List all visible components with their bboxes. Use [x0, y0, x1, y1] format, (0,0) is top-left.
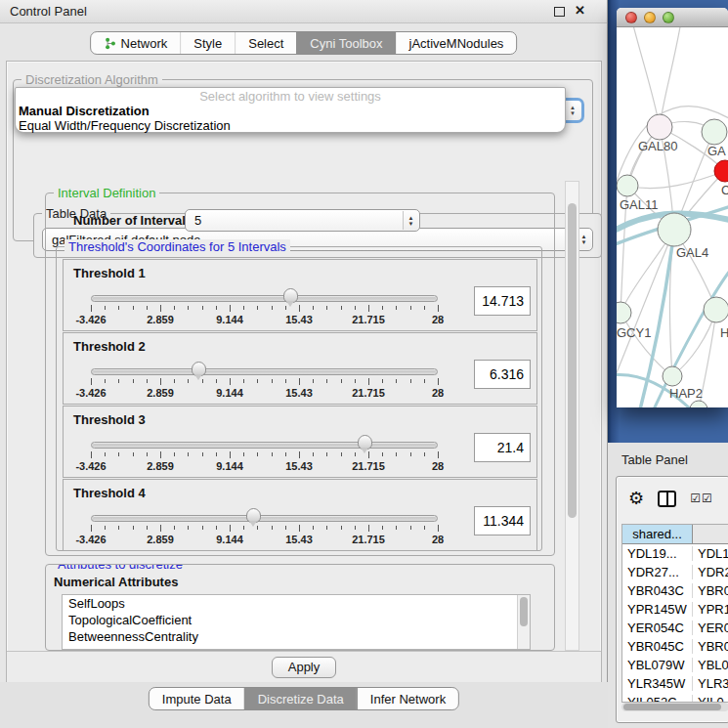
- network-canvas[interactable]: GAL80GACGAL11GAL4GCY1HHAP2: [617, 27, 728, 407]
- slider-thumb[interactable]: [283, 288, 298, 303]
- table-row[interactable]: YLR345WYLR3: [622, 674, 728, 693]
- slider-track[interactable]: [91, 295, 438, 302]
- network-edge[interactable]: [660, 27, 681, 127]
- threshold-panel: Threshold 1-3.4262.8599.14415.4321.71528…: [63, 259, 537, 331]
- threshold-label: Threshold 2: [73, 339, 146, 354]
- node-label: GA: [707, 144, 726, 158]
- tab-style[interactable]: Style: [180, 32, 235, 54]
- tab-select[interactable]: Select: [235, 32, 296, 54]
- tab-label: Impute Data: [162, 692, 232, 707]
- close-icon[interactable]: ✕: [575, 3, 585, 18]
- slider-track[interactable]: [91, 368, 438, 375]
- scrollbar-thumb[interactable]: [568, 203, 577, 518]
- network-node-gcy1[interactable]: [617, 302, 631, 323]
- group-label-thresholds: Threshold's Coordinates for 5 Intervals: [64, 239, 290, 254]
- number-of-intervals-combobox[interactable]: 5 ▲▼: [185, 209, 420, 232]
- slider-thumb[interactable]: [358, 435, 372, 450]
- cell-name: YLR3: [693, 676, 728, 691]
- cyni-toolbox-panel: Discretization Algorithm ▲▼ Table Data g…: [6, 61, 602, 682]
- cell-shared-name: YPR145W: [622, 602, 693, 617]
- cell-shared-name: YDL19...: [622, 546, 693, 561]
- cell-shared-name: YLR345W: [622, 676, 693, 691]
- threshold-panel: Threshold 3-3.4262.8599.14415.4321.71528…: [63, 406, 537, 478]
- desktop-background: GAL80GACGAL11GAL4GCY1HHAP2 Table Panel ⚙…: [608, 0, 728, 728]
- threshold-value-field[interactable]: 14.713: [474, 286, 531, 316]
- tab-impute-data[interactable]: Impute Data: [150, 688, 244, 709]
- gear-icon[interactable]: ⚙: [628, 490, 644, 507]
- attribute-item[interactable]: TopologicalCoefficient: [63, 612, 530, 628]
- table-panel: Table Panel ⚙ ☑☑ shared... n YDL19...YDL…: [608, 443, 728, 728]
- close-traffic-light[interactable]: [625, 12, 637, 23]
- threshold-value-field[interactable]: 6.316: [474, 360, 531, 389]
- dropdown-item-manual-discretization[interactable]: Manual Discretization: [16, 104, 565, 118]
- network-node-gal11[interactable]: [617, 175, 638, 196]
- table-row[interactable]: YBL079WYBL0: [622, 656, 728, 674]
- tab-infer-network[interactable]: Infer Network: [357, 688, 458, 709]
- network-node-ga[interactable]: [702, 119, 727, 145]
- cell-name: YDR2: [693, 565, 728, 579]
- attribute-item[interactable]: SelfLoops: [63, 595, 530, 612]
- network-window-titlebar[interactable]: [617, 8, 728, 27]
- network-icon: [104, 37, 116, 50]
- network-node[interactable]: [690, 401, 707, 407]
- network-edge[interactable]: [632, 27, 660, 127]
- tab-label: Cyni Toolbox: [310, 36, 382, 51]
- table-row[interactable]: YPR145WYPR1: [622, 600, 728, 619]
- network-node-hap2[interactable]: [663, 366, 682, 386]
- numerical-attributes-list[interactable]: SelfLoopsTopologicalCoefficientBetweenne…: [62, 594, 531, 650]
- slider-track[interactable]: [91, 515, 438, 522]
- tab-jactivemnodules[interactable]: jActiveMNodules: [396, 32, 517, 54]
- node-label: H: [720, 325, 728, 340]
- select-checkboxes-icon[interactable]: ☑☑: [690, 492, 713, 505]
- slider-thumb[interactable]: [246, 508, 261, 523]
- attributes-scrollbar[interactable]: [517, 595, 530, 649]
- threshold-value-field[interactable]: 21.4: [474, 433, 531, 462]
- tab-discretize-data[interactable]: Discretize Data: [244, 688, 357, 709]
- attribute-items: SelfLoopsTopologicalCoefficientBetweenne…: [63, 595, 530, 645]
- bottom-tab-group: Impute Data Discretize Data Infer Networ…: [149, 687, 459, 710]
- network-edge[interactable]: [627, 171, 725, 189]
- cell-name: YBL0: [693, 658, 728, 672]
- node-label: HAP2: [669, 386, 703, 401]
- float-window-icon[interactable]: [554, 7, 565, 17]
- table-row[interactable]: YER054CYER0: [622, 619, 728, 637]
- scrollbar-thumb[interactable]: [520, 597, 528, 626]
- slider-ticks: [91, 525, 438, 533]
- apply-button[interactable]: Apply: [272, 657, 336, 678]
- table-row[interactable]: YDR27...YDR2: [622, 563, 728, 581]
- zoom-traffic-light[interactable]: [663, 12, 674, 23]
- attribute-item[interactable]: BetweennessCentrality: [63, 628, 530, 645]
- slider-scale-labels: -3.4262.8599.14415.4321.71528: [91, 387, 438, 399]
- group-label-attributes: Attributes to discretize: [54, 564, 187, 572]
- table-row[interactable]: YBR043CYBR0: [622, 581, 728, 600]
- minimize-traffic-light[interactable]: [644, 12, 656, 23]
- slider-scale-labels: -3.4262.8599.14415.4321.71528: [91, 314, 438, 325]
- threshold-value-field[interactable]: 11.344: [474, 506, 531, 535]
- column-header-name[interactable]: n: [693, 525, 728, 543]
- table-row[interactable]: YIL052CYIL0: [622, 693, 728, 703]
- cell-shared-name: YBR045C: [622, 639, 693, 654]
- network-node-gal4[interactable]: [658, 213, 691, 246]
- tab-network[interactable]: Network: [91, 32, 181, 54]
- network-node-h[interactable]: [704, 297, 728, 322]
- top-tab-strip: Network Style Select Cyni Toolbox jActiv…: [0, 23, 607, 61]
- panel-title: Control Panel: [10, 4, 87, 19]
- panel-vertical-scrollbar[interactable]: [565, 181, 579, 651]
- network-node-gal80[interactable]: [647, 114, 672, 140]
- tab-cyni-toolbox[interactable]: Cyni Toolbox: [296, 32, 395, 54]
- column-header-shared-name[interactable]: shared...: [622, 525, 693, 543]
- table-panel-title: Table Panel: [621, 452, 688, 467]
- table-row[interactable]: YDL19...YDL1: [622, 544, 728, 563]
- table-row[interactable]: YBR045CYBR0: [622, 637, 728, 656]
- slider-thumb[interactable]: [192, 362, 206, 376]
- columns-icon[interactable]: [658, 491, 676, 507]
- table-horizontal-scrollbar[interactable]: [621, 703, 728, 711]
- scrollbar-thumb[interactable]: [623, 704, 721, 710]
- algorithm-dropdown-popup: Select algorithm to view settings Manual…: [15, 87, 566, 133]
- tab-label: Select: [248, 36, 283, 51]
- top-tab-group: Network Style Select Cyni Toolbox jActiv…: [90, 31, 518, 55]
- slider-track[interactable]: [91, 442, 438, 449]
- attributes-group: Attributes to discretize Numerical Attri…: [45, 564, 555, 651]
- network-view-window[interactable]: GAL80GACGAL11GAL4GCY1HHAP2: [617, 8, 728, 407]
- dropdown-item-equal-width[interactable]: Equal Width/Frequency Discretization: [16, 118, 565, 133]
